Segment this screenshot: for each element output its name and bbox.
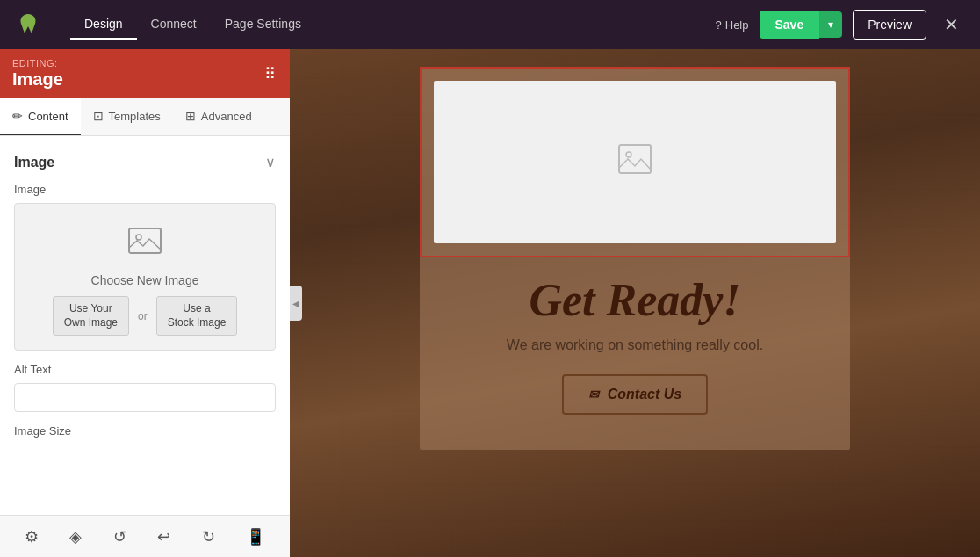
save-dropdown-button[interactable]: ▾ (819, 11, 842, 38)
svg-point-3 (626, 152, 631, 157)
templates-tab-icon: ⊡ (93, 109, 104, 123)
tab-advanced[interactable]: ⊞ Advanced (173, 98, 264, 135)
save-button[interactable]: Save (760, 11, 820, 39)
main-area: EDITING: Image ⠿ ✏ Content ⊡ Templates ⊞… (0, 49, 980, 557)
help-label: Help (725, 18, 749, 32)
tab-templates[interactable]: ⊡ Templates (81, 98, 173, 135)
tab-content-label: Content (28, 110, 68, 123)
advanced-tab-icon: ⊞ (185, 109, 196, 123)
section-chevron-icon[interactable]: ∨ (265, 154, 276, 170)
or-label: or (138, 310, 148, 322)
image-section-title: Image (14, 155, 54, 170)
settings-icon[interactable]: ⚙ (18, 520, 46, 553)
use-stock-image-button[interactable]: Use a Stock Image (156, 296, 238, 336)
image-placeholder-icon (617, 143, 652, 182)
contact-btn-icon: ✉ (588, 387, 599, 401)
tab-advanced-label: Advanced (201, 110, 252, 123)
page-canvas: Get Ready! We are working on something r… (420, 67, 850, 450)
canvas-subtext: We are working on something really cool. (446, 337, 824, 353)
image-size-label: Image Size (14, 424, 276, 438)
history-icon[interactable]: ↺ (106, 520, 133, 553)
save-btn-group: Save ▾ (760, 11, 843, 39)
redo-icon[interactable]: ↻ (195, 520, 222, 553)
topbar-right: ? Help Save ▾ Preview ✕ (716, 10, 966, 40)
use-own-image-button[interactable]: Use Your Own Image (53, 296, 129, 336)
nav-connect[interactable]: Connect (137, 10, 211, 40)
canvas-heading: Get Ready! (446, 275, 824, 325)
close-button[interactable]: ✕ (937, 11, 966, 39)
image-chooser: Choose New Image Use Your Own Image or U… (14, 203, 276, 351)
panel-content: Image ∨ Image Choose New Image Use Your … (0, 136, 290, 515)
panel-toolbar: ⚙ ◈ ↺ ↩ ↻ 📱 (0, 515, 290, 557)
canvas-area: Get Ready! We are working on something r… (290, 49, 980, 557)
layers-icon[interactable]: ◈ (62, 520, 89, 553)
undo-icon[interactable]: ↩ (150, 520, 177, 553)
canvas-content: Get Ready! We are working on something r… (420, 257, 850, 423)
nav-design[interactable]: Design (70, 10, 137, 40)
collapse-handle[interactable]: ◀ (290, 286, 302, 321)
mobile-icon[interactable]: 📱 (239, 520, 272, 553)
svg-rect-0 (129, 228, 161, 253)
alt-text-label: Alt Text (14, 363, 276, 376)
editing-label: EDITING: (12, 58, 63, 69)
nav-page-settings[interactable]: Page Settings (211, 10, 315, 40)
tab-templates-label: Templates (109, 110, 161, 123)
image-placeholder-box (434, 81, 836, 243)
editing-title: Image (12, 69, 63, 90)
editing-header-text: EDITING: Image (12, 58, 63, 90)
app-logo (14, 11, 42, 39)
image-chooser-icon (127, 225, 162, 264)
image-section-header: Image ∨ (14, 154, 276, 170)
image-field-label: Image (14, 183, 276, 196)
editing-header: EDITING: Image ⠿ (0, 49, 290, 98)
topbar: Design Connect Page Settings ? Help Save… (0, 0, 980, 49)
panel-tabs: ✏ Content ⊡ Templates ⊞ Advanced (0, 98, 290, 136)
content-tab-icon: ✏ (12, 109, 23, 123)
topbar-nav: Design Connect Page Settings (70, 10, 695, 40)
left-panel: EDITING: Image ⠿ ✏ Content ⊡ Templates ⊞… (0, 49, 290, 557)
svg-rect-2 (619, 145, 651, 173)
image-chooser-actions: Use Your Own Image or Use a Stock Image (53, 296, 238, 336)
preview-button[interactable]: Preview (853, 10, 926, 40)
collapse-chevron-icon: ◀ (292, 299, 299, 308)
dots-menu-icon[interactable]: ⠿ (264, 64, 277, 83)
alt-text-input[interactable] (14, 383, 276, 412)
help-button[interactable]: ? Help (716, 18, 749, 32)
help-icon: ? (716, 18, 722, 32)
contact-btn-label: Contact Us (608, 387, 681, 402)
svg-point-1 (136, 235, 141, 240)
contact-us-button[interactable]: ✉ Contact Us (562, 374, 708, 415)
selected-image-block[interactable] (420, 67, 850, 257)
tab-content[interactable]: ✏ Content (0, 98, 81, 135)
choose-new-image-text: Choose New Image (91, 273, 199, 287)
